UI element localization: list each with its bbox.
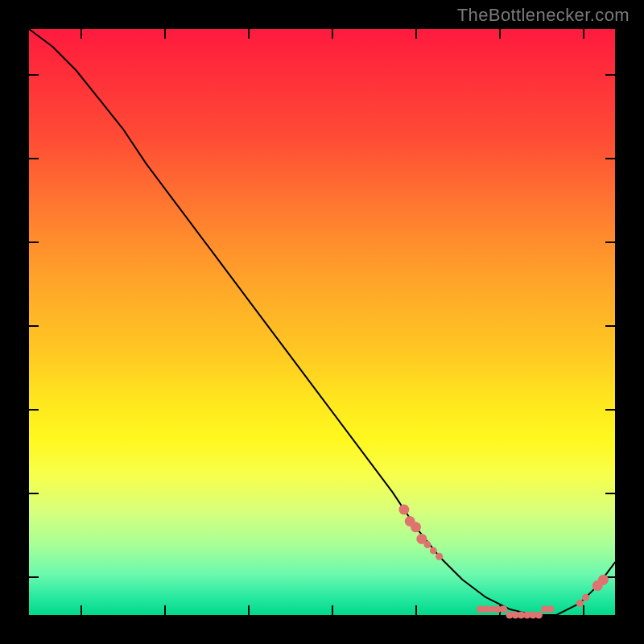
chart-svg: [29, 29, 615, 615]
data-dots: [398, 505, 609, 619]
data-dot: [598, 575, 609, 585]
chart-frame: TheBottlenecker.com: [0, 0, 644, 644]
data-dot: [436, 553, 443, 560]
data-dot: [430, 547, 437, 554]
data-dot: [576, 600, 584, 607]
plot-area: [29, 29, 615, 615]
data-dot: [411, 522, 421, 532]
data-dot: [547, 605, 554, 613]
data-dot: [398, 505, 409, 515]
data-dot: [535, 612, 543, 619]
data-dot: [582, 594, 589, 601]
data-dot: [424, 541, 431, 548]
data-dot: [500, 605, 507, 613]
bottleneck-curve: [29, 29, 615, 615]
watermark-text: TheBottlenecker.com: [457, 5, 630, 26]
